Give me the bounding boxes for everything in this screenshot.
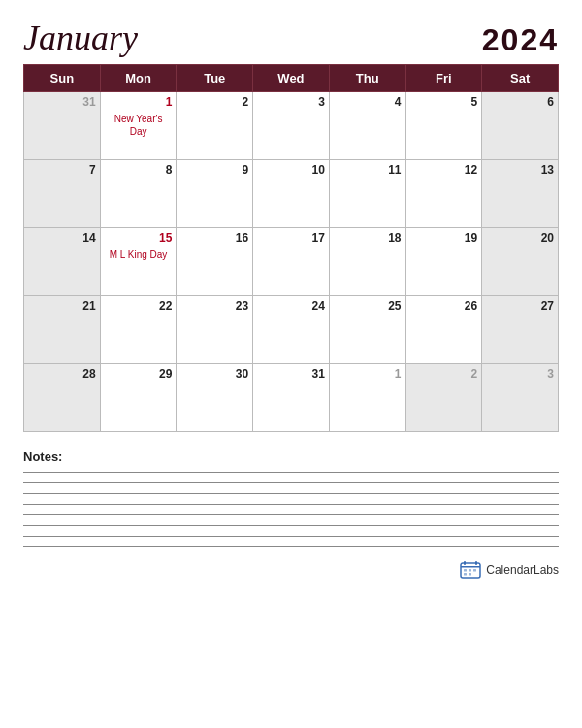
day-cell: 13 — [482, 160, 559, 228]
day-cell: 2 — [405, 364, 482, 432]
week-row-3: 21222324252627 — [24, 296, 559, 364]
day-number: 1 — [105, 95, 173, 109]
day-cell: 28 — [24, 364, 101, 432]
day-number: 22 — [105, 299, 173, 313]
day-cell: 11 — [329, 160, 405, 228]
day-number: 29 — [105, 367, 173, 381]
day-number: 27 — [486, 299, 554, 313]
svg-rect-5 — [469, 569, 471, 572]
month-title: January — [23, 17, 138, 58]
day-cell: 30 — [177, 364, 253, 432]
day-cell: 15M L King Day — [100, 228, 177, 296]
week-row-2: 1415M L King Day1617181920 — [24, 228, 559, 296]
day-cell: 6 — [482, 92, 559, 160]
day-number: 31 — [257, 367, 325, 381]
day-number: 14 — [28, 231, 96, 245]
weekday-sat: Sat — [482, 65, 559, 92]
day-number: 24 — [257, 299, 325, 313]
svg-rect-4 — [464, 569, 467, 572]
week-row-0: 311New Year's Day23456 — [24, 92, 559, 160]
day-cell: 2 — [177, 92, 253, 160]
day-cell: 20 — [482, 228, 559, 296]
weekday-wed: Wed — [253, 65, 330, 92]
note-line — [23, 536, 559, 537]
day-cell: 23 — [177, 296, 253, 364]
day-number: 1 — [334, 367, 402, 381]
note-line — [23, 546, 559, 547]
notes-label: Notes: — [23, 449, 559, 464]
day-cell: 9 — [177, 160, 253, 228]
day-number: 12 — [410, 163, 478, 177]
day-number: 7 — [28, 163, 96, 177]
footer-logo: CalendarLabs — [460, 561, 559, 579]
day-cell: 1New Year's Day — [100, 92, 177, 160]
day-cell: 24 — [253, 296, 330, 364]
day-cell: 4 — [329, 92, 405, 160]
day-cell: 21 — [24, 296, 101, 364]
footer-logo-text: CalendarLabs — [486, 563, 559, 577]
day-number: 23 — [180, 299, 248, 313]
note-line — [23, 472, 559, 473]
svg-rect-1 — [461, 566, 480, 568]
day-number: 17 — [257, 231, 325, 245]
day-number: 11 — [334, 163, 402, 177]
day-number: 3 — [486, 367, 554, 381]
day-cell: 31 — [24, 92, 101, 160]
weekday-fri: Fri — [405, 65, 482, 92]
day-cell: 27 — [482, 296, 559, 364]
day-cell: 25 — [329, 296, 405, 364]
day-cell: 22 — [100, 296, 177, 364]
day-number: 2 — [180, 95, 248, 109]
day-number: 6 — [486, 95, 554, 109]
holiday-label: New Year's Day — [105, 113, 173, 138]
day-number: 26 — [410, 299, 478, 313]
calendar-header: January 2024 — [23, 17, 559, 58]
day-number: 25 — [334, 299, 402, 313]
svg-rect-7 — [464, 573, 467, 576]
notes-section: Notes: — [23, 449, 559, 547]
week-row-1: 78910111213 — [24, 160, 559, 228]
note-line — [23, 504, 559, 505]
svg-rect-8 — [469, 573, 471, 576]
weekday-tue: Tue — [177, 65, 253, 92]
weekday-thu: Thu — [329, 65, 405, 92]
day-number: 8 — [105, 163, 173, 177]
weekday-header-row: SunMonTueWedThuFriSat — [24, 65, 559, 92]
day-cell: 10 — [253, 160, 330, 228]
calendar-table: SunMonTueWedThuFriSat 311New Year's Day2… — [23, 64, 559, 432]
holiday-label: M L King Day — [105, 248, 173, 261]
day-cell: 26 — [405, 296, 482, 364]
day-cell: 18 — [329, 228, 405, 296]
day-cell: 7 — [24, 160, 101, 228]
note-line — [23, 514, 559, 515]
weekday-sun: Sun — [24, 65, 101, 92]
footer: CalendarLabs — [23, 561, 559, 579]
year-title: 2024 — [482, 22, 559, 58]
day-cell: 31 — [253, 364, 330, 432]
day-number: 10 — [257, 163, 325, 177]
day-number: 18 — [334, 231, 402, 245]
day-number: 3 — [257, 95, 325, 109]
day-number: 2 — [410, 367, 478, 381]
day-number: 5 — [410, 95, 478, 109]
notes-lines — [23, 472, 559, 547]
day-cell: 29 — [100, 364, 177, 432]
day-cell: 16 — [177, 228, 253, 296]
note-line — [23, 525, 559, 526]
day-number: 19 — [410, 231, 478, 245]
day-number: 4 — [334, 95, 402, 109]
day-number: 15 — [105, 231, 173, 245]
day-cell: 1 — [329, 364, 405, 432]
day-number: 28 — [28, 367, 96, 381]
day-cell: 14 — [24, 228, 101, 296]
day-cell: 17 — [253, 228, 330, 296]
day-number: 30 — [180, 367, 248, 381]
day-cell: 3 — [482, 364, 559, 432]
weekday-mon: Mon — [100, 65, 177, 92]
week-row-4: 28293031123 — [24, 364, 559, 432]
svg-rect-2 — [464, 561, 466, 565]
day-cell: 19 — [405, 228, 482, 296]
day-cell: 12 — [405, 160, 482, 228]
day-cell: 5 — [405, 92, 482, 160]
svg-rect-6 — [473, 569, 476, 572]
